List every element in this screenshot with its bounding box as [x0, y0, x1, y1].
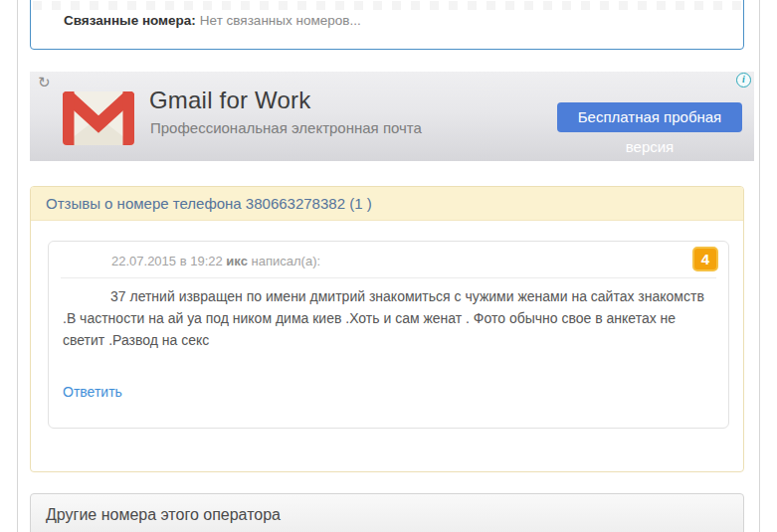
- related-numbers-label: Связанные номера:: [64, 13, 196, 28]
- comment-text: 37 летний извращен по имени дмитрий знак…: [63, 285, 717, 351]
- ad-subtitle: Профессиональная электронная почта: [150, 119, 422, 136]
- comment-card: 22.07.2015 в 19:22 икс написал(а): 4 37 …: [48, 241, 729, 429]
- other-numbers-bar: Другие номера этого оператора: [30, 493, 744, 532]
- comment-date: 22.07.2015 в 19:22: [111, 254, 223, 268]
- reviews-section-header: Отзывы о номере телефона 380663278382 (1…: [31, 187, 743, 221]
- other-numbers-title: Другие номера этого оператора: [31, 494, 743, 524]
- comment-wrote-label: написал(а):: [252, 254, 321, 268]
- comment-separator: [61, 277, 716, 278]
- reply-link[interactable]: Ответить: [63, 384, 122, 400]
- comment-meta: 22.07.2015 в 19:22 икс написал(а):: [111, 254, 320, 268]
- rating-badge[interactable]: 4: [692, 247, 718, 271]
- page-left-border: [17, 0, 18, 532]
- ad-banner[interactable]: ↻ i Gmail for Work Профессиональная элек…: [30, 72, 754, 161]
- related-numbers-line: Связанные номера:Нет связанных номеров..…: [64, 13, 361, 28]
- cropped-content-stripes: [33, 1, 741, 10]
- related-numbers-value: Нет связанных номеров...: [200, 13, 361, 28]
- page: Связанные номера:Нет связанных номеров..…: [0, 0, 777, 532]
- related-numbers-box: Связанные номера:Нет связанных номеров..…: [30, 0, 744, 50]
- reviews-section: Отзывы о номере телефона 380663278382 (1…: [30, 186, 744, 472]
- ad-cta-button[interactable]: Бесплатная пробная версия: [557, 102, 742, 132]
- page-right-border: [759, 0, 760, 532]
- gmail-logo-icon: [63, 91, 134, 145]
- info-icon[interactable]: i: [736, 73, 751, 88]
- refresh-icon[interactable]: ↻: [38, 74, 51, 91]
- ad-title: Gmail for Work: [149, 87, 310, 114]
- comment-author: икс: [226, 254, 248, 268]
